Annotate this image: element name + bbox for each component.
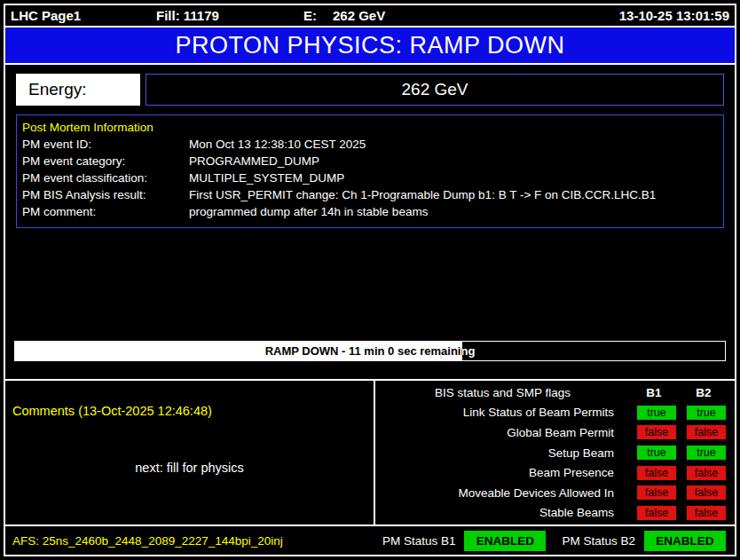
flag-badge-b2: false [687, 425, 726, 439]
footer-bar: AFS: 25ns_2460b_2448_2089_2227_144bpi_20… [5, 526, 735, 555]
comments-panel: Comments (13-Oct-2025 12:46:48) next: fi… [5, 381, 374, 525]
pm-status-b1-label: PM Status B1 [382, 534, 456, 548]
flag-badge-b1: true [637, 446, 676, 460]
energy-label: Energy: [16, 74, 140, 106]
bis-row-setup-beam: Setup Beam true true [379, 443, 726, 463]
pm-status-b1-badge: ENABLED [464, 531, 546, 551]
flag-badge-b1: false [637, 425, 676, 439]
pm-row-classification: PM event classification: MULTIPLE_SYSTEM… [22, 170, 718, 186]
main-panel: Energy: 262 GeV Post Mortem Information … [5, 65, 735, 381]
energy-value: 262 GeV [146, 74, 724, 106]
pm-row-event-id: PM event ID: Mon Oct 13 12:38:10 CEST 20… [22, 136, 718, 153]
flag-badge-b1: false [637, 485, 676, 500]
bottom-panel: Comments (13-Oct-2025 12:46:48) next: fi… [5, 381, 735, 526]
beam-mode-title: PROTON PHYSICS: RAMP DOWN [175, 32, 564, 59]
flag-badge-b2: true [687, 406, 726, 420]
bis-row-label: Link Status of Beam Permits [379, 406, 626, 419]
beam-energy-readout: E:262 GeV [303, 8, 385, 23]
pm-row-label: PM event classification: [22, 170, 189, 186]
pm-status-b2-badge: ENABLED [644, 531, 726, 551]
pm-status-b2-label: PM Status B2 [562, 534, 635, 548]
comments-title: Comments (13-Oct-2025 12:46:48) [12, 404, 366, 418]
afs-filling-scheme: AFS: 25ns_2460b_2448_2089_2227_144bpi_20… [12, 534, 382, 548]
bis-row-global-beam-permit: Global Beam Permit false false [379, 422, 726, 443]
pm-row-bis-analysis: PM BIS Analysis result: First USR_PERMIT… [22, 186, 718, 203]
bis-row-moveable-devices: Moveable Devices Allowed In false false [379, 483, 726, 503]
bis-title: BIS status and SMP flags [379, 386, 626, 399]
energy-row: Energy: 262 GeV [16, 74, 724, 106]
bis-header-row: BIS status and SMP flags B1 B2 [379, 383, 726, 403]
flag-badge-b1: true [637, 406, 676, 420]
energy-prefix: E: [303, 8, 317, 23]
bis-row-stable-beams: Stable Beams false false [379, 502, 726, 523]
energy-readout-value: 262 GeV [333, 8, 385, 23]
pm-row-label: PM event ID: [22, 136, 189, 153]
comments-body: next: fill for physics [12, 418, 366, 517]
pm-row-value: programmed dump after 14h in stable beam… [189, 203, 718, 220]
pm-row-value: MULTIPLE_SYSTEM_DUMP [189, 170, 718, 186]
post-mortem-panel: Post Mortem Information PM event ID: Mon… [16, 114, 724, 228]
pm-row-label: PM comment: [22, 203, 189, 220]
bis-row-label: Stable Beams [379, 506, 626, 519]
pm-row-value: Mon Oct 13 12:38:10 CEST 2025 [189, 136, 718, 153]
flag-badge-b1: false [637, 466, 676, 480]
lhc-page1-screen: LHC Page1 Fill: 11179 E:262 GeV 13-10-25… [0, 0, 740, 560]
bis-row-label: Global Beam Permit [379, 426, 626, 439]
bis-row-link-status: Link Status of Beam Permits true true [379, 403, 726, 423]
pm-row-value: PROGRAMMED_DUMP [189, 153, 718, 170]
flag-badge-b2: false [687, 506, 726, 520]
flag-badge-b2: false [687, 466, 726, 480]
pm-row-comment: PM comment: programmed dump after 14h in… [22, 203, 718, 220]
flag-badge-b1: false [637, 506, 676, 520]
pm-row-label: PM event category: [22, 153, 189, 170]
beam-mode-banner: PROTON PHYSICS: RAMP DOWN [5, 28, 735, 65]
flag-badge-b2: false [687, 485, 726, 500]
bis-col-b1: B1 [632, 386, 676, 399]
bis-row-label: Setup Beam [379, 446, 626, 460]
datetime: 13-10-25 13:01:59 [619, 8, 729, 23]
flag-badge-b2: true [687, 446, 726, 460]
top-status-bar: LHC Page1 Fill: 11179 E:262 GeV 13-10-25… [5, 5, 735, 28]
ramp-progress-bar: RAMP DOWN - 11 min 0 sec remaining RAMP … [14, 341, 726, 361]
bis-row-label: Beam Presence [379, 466, 626, 479]
pm-row-label: PM BIS Analysis result: [22, 186, 189, 203]
post-mortem-title: Post Mortem Information [22, 119, 718, 136]
pm-row-category: PM event category: PROGRAMMED_DUMP [22, 153, 718, 170]
bis-col-b2: B2 [681, 386, 726, 399]
bis-row-beam-presence: Beam Presence false false [379, 462, 726, 483]
fill-number: Fill: 11179 [156, 8, 219, 23]
bis-panel: BIS status and SMP flags B1 B2 Link Stat… [374, 381, 735, 525]
bis-row-label: Moveable Devices Allowed In [379, 486, 626, 500]
screen-frame: LHC Page1 Fill: 11179 E:262 GeV 13-10-25… [4, 4, 736, 556]
pm-row-value: First USR_PERMIT change: Ch 1-Programabl… [189, 186, 718, 203]
page-title: LHC Page1 [11, 8, 81, 23]
